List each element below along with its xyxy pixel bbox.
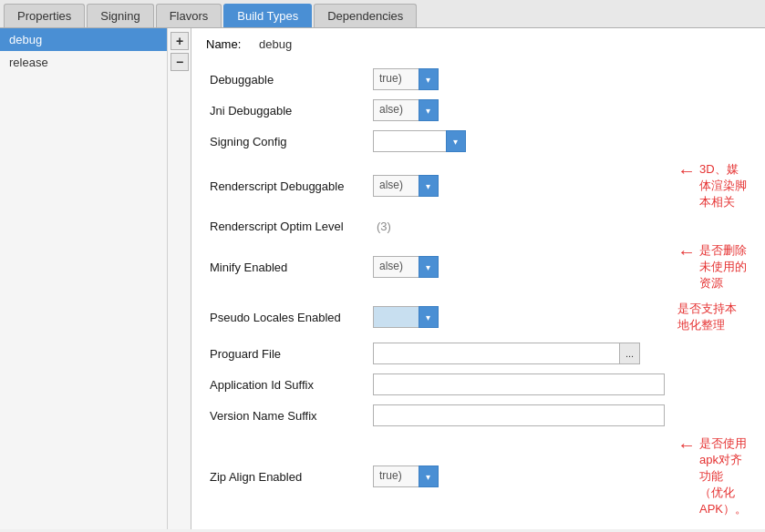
proguard-file-browse-btn[interactable]: ... [619,343,640,364]
remove-build-type-button[interactable]: − [171,53,189,71]
renderscript-debuggable-dropdown-btn[interactable]: ▾ [419,175,439,197]
zip-align-control: true) ▾ [369,431,668,522]
debuggable-control: true) ▾ [369,64,668,95]
table-row: Renderscript Optim Level (3) [206,215,750,238]
zip-align-annotation: ← 是否使用apk对齐功能 （优化APK）。 [677,435,747,517]
minify-enabled-value: alse) [373,256,419,278]
build-list: debug release [0,28,167,529]
minify-enabled-dropdown-btn[interactable]: ▾ [419,256,439,278]
renderscript-debuggable-value: alse) [373,175,419,197]
main-content: debug release + − Name: debug Debuggable [0,28,765,529]
name-value: debug [259,37,292,51]
zip-align-label: Zip Align Enabled [206,431,369,522]
tab-signing[interactable]: Signing [87,4,153,27]
table-row: Debuggable true) ▾ [206,64,750,95]
table-row: Version Name Suffix [206,400,750,431]
add-build-type-button[interactable]: + [171,32,189,50]
renderscript-debuggable-control: alse) ▾ [369,157,668,215]
tab-build-types[interactable]: Build Types [223,4,312,27]
pseudo-locales-annotation-text: 是否支持本地化整理 [677,301,747,333]
pseudo-locales-dropdown-btn[interactable]: ▾ [419,306,439,328]
tab-flavors[interactable]: Flavors [156,4,222,27]
signing-config-control: ▾ [369,126,668,157]
table-row: Minify Enabled alse) ▾ ← 是否删除未使用的资源 [206,238,750,296]
build-item-debug[interactable]: debug [0,28,167,51]
pseudo-locales-value [373,306,419,328]
table-row: Jni Debuggable alse) ▾ [206,95,750,126]
form-table: Debuggable true) ▾ Jni Debuggable als [206,64,750,522]
jni-debuggable-control: alse) ▾ [369,95,668,126]
name-row: Name: debug [206,37,750,51]
tab-bar: Properties Signing Flavors Build Types D… [0,0,765,28]
version-name-suffix-control [369,400,668,431]
renderscript-annotation-text: 3D、媒体渲染脚本相关 [699,161,747,210]
renderscript-debuggable-label: Renderscript Debuggable [206,157,369,215]
table-row: Proguard File ... [206,338,750,369]
debuggable-label: Debuggable [206,64,369,95]
zip-align-arrow-icon: ← [677,435,696,454]
version-name-suffix-label: Version Name Suffix [206,400,369,431]
list-controls: + − [167,28,191,529]
proguard-file-control: ... [369,338,668,369]
tab-dependencies[interactable]: Dependencies [314,4,417,27]
debuggable-value: true) [373,68,419,90]
table-row: Renderscript Debuggable alse) ▾ ← 3D、媒体渲… [206,157,750,215]
pseudo-locales-label: Pseudo Locales Enabled [206,296,369,338]
minify-annotation-text: 是否删除未使用的资源 [699,242,747,292]
minify-enabled-label: Minify Enabled [206,238,369,296]
build-item-release[interactable]: release [0,51,167,74]
pseudo-locales-control: ▾ [369,296,668,338]
pseudo-locales-annotation: 是否支持本地化整理 [677,301,747,333]
signing-config-dropdown-btn[interactable]: ▾ [446,130,466,152]
version-name-suffix-input[interactable] [373,404,665,426]
jni-debuggable-value: alse) [373,99,419,121]
renderscript-arrow-icon: ← [677,161,696,179]
proguard-file-label: Proguard File [206,338,369,369]
renderscript-annotation: ← 3D、媒体渲染脚本相关 [677,161,747,210]
left-inner: debug release + − [0,28,191,529]
table-row: Application Id Suffix [206,369,750,400]
minify-enabled-control: alse) ▾ [369,238,668,296]
left-panel: debug release + − [0,28,191,529]
renderscript-optim-value: (3) [373,220,391,233]
zip-align-dropdown-btn[interactable]: ▾ [419,466,439,487]
app-id-suffix-control [369,369,668,400]
right-panel: Name: debug Debuggable true) ▾ [191,28,765,529]
app-id-suffix-label: Application Id Suffix [206,369,369,400]
renderscript-optim-control: (3) [369,215,668,238]
table-row: Zip Align Enabled true) ▾ ← 是否使用apk对齐功能 … [206,431,750,522]
table-row: Pseudo Locales Enabled ▾ 是否支持本地化整理 [206,296,750,338]
zip-align-annotation-text: 是否使用apk对齐功能 （优化APK）。 [699,435,747,517]
table-row: Signing Config ▾ [206,126,750,157]
proguard-file-input[interactable] [373,343,619,364]
minify-arrow-icon: ← [677,242,696,261]
jni-debuggable-dropdown-btn[interactable]: ▾ [419,99,439,121]
renderscript-optim-label: Renderscript Optim Level [206,215,369,238]
minify-annotation: ← 是否删除未使用的资源 [677,242,747,292]
app-id-suffix-input[interactable] [373,373,665,395]
jni-debuggable-label: Jni Debuggable [206,95,369,126]
tab-properties[interactable]: Properties [4,4,85,27]
debuggable-dropdown-btn[interactable]: ▾ [419,68,439,90]
name-label: Name: [206,37,252,51]
signing-config-label: Signing Config [206,126,369,157]
zip-align-value: true) [373,466,419,487]
signing-config-value [373,130,446,152]
